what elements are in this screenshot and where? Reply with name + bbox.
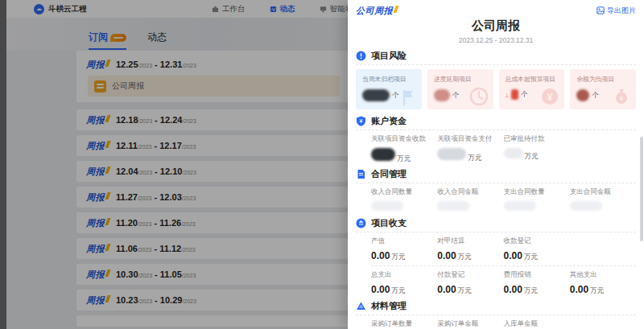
redacted-value	[504, 201, 536, 211]
stat-output-value: 产值 0.00万元	[371, 236, 437, 262]
divider	[356, 130, 636, 130]
section-title-materials: 材料管理	[371, 300, 407, 312]
stat-purchase-order-count: 采购订单数量 0个	[371, 319, 437, 329]
materials-icon	[356, 301, 366, 311]
svg-text:¥: ¥	[360, 117, 363, 123]
redacted-value	[576, 89, 589, 101]
stat-other-expense: 其他支出 0.00万元	[570, 270, 636, 296]
redacted-value	[371, 201, 403, 211]
app-window: ☁ 斗栱云工程 工作台 动态 智能看板 订阅 动态	[0, 0, 644, 329]
stat-income-contract-count: 收入合同数量	[371, 187, 437, 213]
report-title: 公司周报	[356, 19, 636, 34]
stat-expense-contract-count: 支出合同数量	[504, 187, 570, 213]
section-title-income: 项目收支	[371, 217, 407, 229]
redacted-value	[362, 89, 390, 101]
risk-alert-icon	[356, 51, 366, 61]
stat-expense-reimburse: 费用报销 0.00万元	[504, 270, 570, 296]
redacted-value	[511, 89, 518, 100]
divider	[356, 183, 636, 183]
money-bag-icon: ¥	[611, 86, 632, 107]
stat-expense-contract-amount: 支出合同金额	[570, 187, 636, 213]
stat-payment-register: 付款登记 0.00万元	[437, 270, 503, 296]
divider	[371, 265, 636, 266]
section-title-funds: 账户资金	[371, 115, 407, 127]
stat-receipt-register: 收款登记 0.00万元	[504, 236, 570, 262]
stat-total-expense: 总支出 0.00万元	[371, 270, 437, 296]
section-title-contracts: 合同管理	[371, 168, 407, 180]
stat-inbound-amount: 入库单金额 0.00万元	[504, 319, 570, 329]
redacted-value	[437, 201, 469, 211]
svg-text:¥: ¥	[620, 95, 624, 102]
down-arrow-icon: ↓	[506, 91, 510, 99]
export-image-icon	[597, 6, 605, 14]
risk-card-over-budget[interactable]: 总成本超预算项目 ↓个 ¥	[499, 69, 565, 109]
redacted-value	[371, 148, 395, 161]
stat-settlement: 对甲结算 0.00万元	[437, 236, 503, 262]
report-date-range: 2023.12.25 - 2023.12.31	[356, 36, 636, 44]
divider	[356, 64, 636, 65]
risk-card-delayed[interactable]: 进度延期项目 个	[427, 69, 493, 109]
shield-icon: ¥	[356, 116, 366, 126]
flag-icon	[398, 88, 418, 107]
yen-circle-icon: ¥	[539, 86, 560, 107]
section-title-risk: 项目风险	[371, 50, 407, 62]
stat-funds-paid: 关联项目资金支付 万元	[437, 134, 503, 164]
risk-card-unarchived[interactable]: 当周未归档项目 个	[356, 69, 422, 109]
redacted-value	[434, 89, 450, 101]
stat-purchase-order-amount: 采购订单金额 0.00万元	[437, 319, 503, 329]
divider	[356, 232, 636, 232]
export-image-button[interactable]: 导出图片	[597, 6, 636, 16]
divider	[356, 315, 636, 315]
income-expense-icon	[356, 218, 366, 228]
stat-approved-pending: 已审批待付款 万元	[504, 134, 570, 164]
redacted-value	[570, 201, 602, 211]
svg-text:¥: ¥	[547, 92, 553, 103]
drawer-scrollbar[interactable]	[640, 137, 643, 241]
risk-card-negative-balance[interactable]: 余额为负项目 个 ¥	[570, 69, 636, 109]
redacted-value	[504, 148, 523, 158]
contract-doc-icon	[356, 169, 366, 179]
stat-income-contract-amount: 收入合同金额	[437, 187, 503, 213]
clock-icon	[469, 86, 489, 107]
redacted-value	[437, 148, 466, 160]
stat-funds-received: 关联项目资金收款 万元	[371, 134, 437, 164]
weekly-report-drawer: 公司周报 导出图片 公司周报 2023.12.25 - 2023.12.31 项…	[348, 0, 644, 329]
drawer-stamp: 公司周报	[356, 5, 398, 17]
